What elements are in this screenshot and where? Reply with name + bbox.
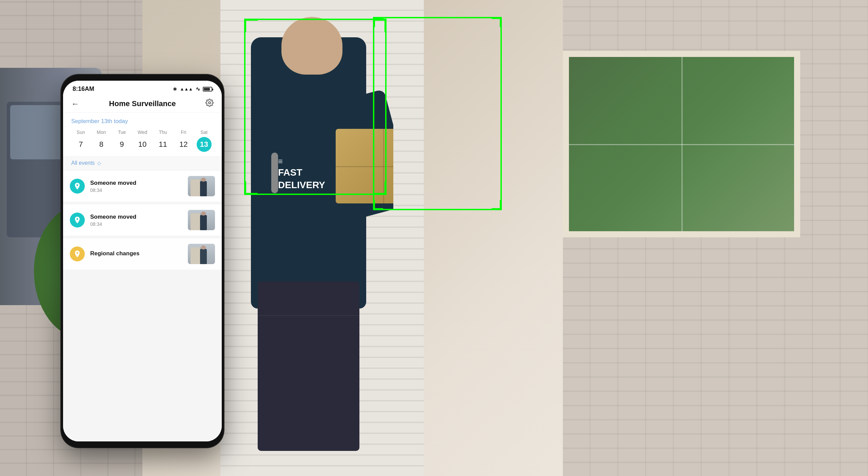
day-num-sun: 7	[73, 137, 88, 152]
event-icon-2	[70, 213, 85, 227]
phone-mockup: 8:16AM ∗ ▲▲▲ ∿ ← Home Surveillance	[61, 75, 224, 448]
event-title-1: Someone moved	[90, 180, 182, 186]
day-fri[interactable]: Fri 12	[174, 130, 193, 152]
event-thumb-1	[188, 176, 215, 196]
event-icon-3	[70, 246, 85, 261]
week-row: Sun 7 Mon 8 Tue 9 Wed 10	[71, 130, 214, 152]
event-item-2[interactable]: Someone moved 08:34	[63, 204, 222, 236]
events-filter[interactable]: All events ◇	[63, 156, 222, 171]
person-detection-box	[244, 19, 387, 195]
status-bar: 8:16AM ∗ ▲▲▲ ∿	[63, 81, 222, 95]
day-num-fri: 12	[176, 137, 191, 152]
window-corner-bl	[373, 200, 383, 210]
phone-content: 8:16AM ∗ ▲▲▲ ∿ ← Home Surveillance	[63, 81, 222, 441]
status-icons: ∗ ▲▲▲ ∿	[173, 86, 212, 92]
phone-body: 8:16AM ∗ ▲▲▲ ∿ ← Home Surveillance	[61, 75, 224, 448]
day-name-wed: Wed	[138, 130, 147, 135]
signal-icon: ▲▲▲	[180, 86, 193, 92]
day-name-mon: Mon	[97, 130, 106, 135]
event-info-3: Regional changes	[90, 250, 182, 258]
window-corner-br	[492, 200, 502, 210]
day-name-sun: Sun	[77, 130, 85, 135]
event-thumb-3	[188, 244, 215, 264]
event-thumb-2	[188, 210, 215, 230]
day-mon[interactable]: Mon 8	[92, 130, 111, 152]
window-corner-tl	[373, 17, 383, 27]
filter-label: All events	[71, 160, 95, 166]
filter-chevron-icon: ◇	[97, 160, 101, 166]
back-button[interactable]: ←	[71, 99, 79, 108]
day-sun[interactable]: Sun 7	[71, 130, 91, 152]
day-name-thu: Thu	[159, 130, 167, 135]
corner-tl	[244, 19, 258, 32]
day-wed[interactable]: Wed 10	[133, 130, 152, 152]
day-name-sat: Sat	[200, 130, 208, 135]
day-name-fri: Fri	[181, 130, 186, 135]
day-thu[interactable]: Thu 11	[153, 130, 173, 152]
event-time-1: 08:34	[90, 187, 182, 193]
window-right	[563, 51, 800, 237]
day-sat[interactable]: Sat 13	[194, 130, 214, 152]
wifi-icon: ∿	[196, 86, 200, 92]
bluetooth-icon: ∗	[173, 86, 177, 92]
event-icon-1	[70, 179, 85, 194]
day-num-mon: 8	[94, 137, 109, 152]
day-tue[interactable]: Tue 9	[112, 130, 132, 152]
event-title-3: Regional changes	[90, 250, 182, 257]
day-num-thu: 11	[156, 137, 171, 152]
settings-button[interactable]	[205, 99, 214, 109]
battery-icon	[203, 87, 212, 92]
event-info-2: Someone moved 08:34	[90, 214, 182, 227]
status-time: 8:16AM	[73, 85, 94, 93]
svg-point-0	[209, 102, 211, 104]
phone-screen: 8:16AM ∗ ▲▲▲ ∿ ← Home Surveillance	[63, 81, 222, 441]
date-section: September 13th today Sun 7 Mon 8 Tue 9	[63, 113, 222, 156]
event-item-3[interactable]: Regional changes	[63, 238, 222, 270]
corner-bl	[244, 181, 258, 195]
event-item-1[interactable]: Someone moved 08:34	[63, 171, 222, 202]
app-title: Home Surveillance	[109, 99, 176, 108]
window-corner-tr	[492, 17, 502, 27]
day-num-wed: 10	[135, 137, 150, 152]
events-list: Someone moved 08:34	[63, 171, 222, 441]
day-num-sat-today: 13	[197, 137, 212, 152]
app-header: ← Home Surveillance	[63, 95, 222, 113]
person-pants	[258, 281, 359, 451]
event-title-2: Someone moved	[90, 214, 182, 220]
event-time-2: 08:34	[90, 221, 182, 227]
day-name-tue: Tue	[118, 130, 126, 135]
day-num-tue: 9	[114, 137, 129, 152]
event-info-1: Someone moved 08:34	[90, 180, 182, 193]
window-detection-box	[373, 17, 502, 210]
date-label: September 13th today	[71, 118, 214, 125]
